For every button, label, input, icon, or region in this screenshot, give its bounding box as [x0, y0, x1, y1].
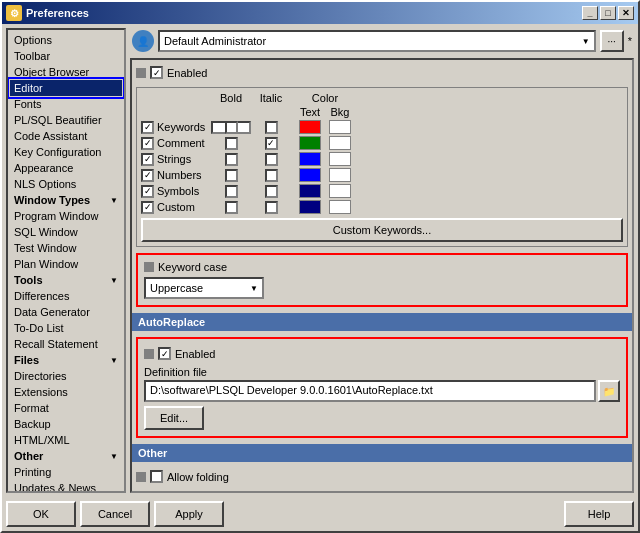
sidebar-section-files[interactable]: Files ▼ — [10, 352, 122, 368]
custom-text-color[interactable] — [299, 200, 321, 214]
numbers-checkbox[interactable] — [141, 169, 154, 182]
sidebar-item-test-window[interactable]: Test Window — [10, 240, 122, 256]
custom-checkbox[interactable] — [141, 201, 154, 214]
sidebar-item-todo-list[interactable]: To-Do List — [10, 320, 122, 336]
comment-italic-cb[interactable] — [265, 137, 278, 150]
sidebar-item-toolbar[interactable]: Toolbar — [10, 48, 122, 64]
sidebar-item-differences[interactable]: Differences — [10, 288, 122, 304]
autoreplace-indicator — [144, 349, 154, 359]
autoreplace-enabled-row: Enabled — [144, 345, 620, 362]
keywords-italic-cb[interactable] — [265, 121, 278, 134]
strings-text-color[interactable] — [299, 152, 321, 166]
sidebar-item-directories[interactable]: Directories — [10, 368, 122, 384]
custom-bkg-color[interactable] — [329, 200, 351, 214]
custom-keywords-button[interactable]: Custom Keywords... — [141, 218, 623, 242]
keywords-text-color[interactable] — [299, 120, 321, 134]
strings-italic-cb[interactable] — [265, 153, 278, 166]
sidebar-item-program-window[interactable]: Program Window — [10, 208, 122, 224]
numbers-bkg-color[interactable] — [329, 168, 351, 182]
comment-bold-cb[interactable] — [225, 137, 238, 150]
keyword-case-header: Keyword case — [144, 261, 620, 273]
sidebar-section-other[interactable]: Other ▼ — [10, 448, 122, 464]
sidebar-item-plsql-beautifier[interactable]: PL/SQL Beautifier — [10, 112, 122, 128]
bottom-bar: OK Cancel Apply Help — [2, 497, 638, 531]
strings-checkbox[interactable] — [141, 153, 154, 166]
sidebar-item-html-xml[interactable]: HTML/XML — [10, 432, 122, 448]
keyword-case-dropdown-arrow: ▼ — [250, 284, 258, 293]
sidebar-item-extensions[interactable]: Extensions — [10, 384, 122, 400]
apply-button[interactable]: Apply — [154, 501, 224, 527]
table-row: Symbols — [141, 184, 623, 198]
sidebar-item-editor[interactable]: Editor — [10, 80, 122, 96]
keywords-bkg-color[interactable] — [329, 120, 351, 134]
sidebar-item-format[interactable]: Format — [10, 400, 122, 416]
custom-bold-cb[interactable] — [225, 201, 238, 214]
profile-dropdown-arrow: ▼ — [582, 37, 590, 46]
bkg-header: Bkg — [325, 106, 355, 118]
custom-label: Custom — [157, 201, 195, 213]
allow-folding-checkbox[interactable] — [150, 470, 163, 483]
comment-checkbox[interactable] — [141, 137, 154, 150]
definition-file-input[interactable]: D:\software\PLSQL Developer 9.0.0.1601\A… — [144, 380, 596, 402]
keywords-bold-cb[interactable] — [211, 121, 251, 134]
keyword-case-select-row: Uppercase ▼ — [144, 277, 620, 299]
sidebar-item-code-assistant[interactable]: Code Assistant — [10, 128, 122, 144]
symbols-bkg-color[interactable] — [329, 184, 351, 198]
symbols-bold-cb[interactable] — [225, 185, 238, 198]
sidebar-item-plan-window[interactable]: Plan Window — [10, 256, 122, 272]
title-icon: ⚙ — [6, 5, 22, 21]
autoreplace-content: Enabled Definition file D:\software\PLSQ… — [136, 337, 628, 438]
sidebar-section-window-types[interactable]: Window Types ▼ — [10, 192, 122, 208]
window-content: Options Toolbar Object Browser Editor Fo… — [2, 24, 638, 497]
comment-text-color[interactable] — [299, 136, 321, 150]
table-row: Numbers — [141, 168, 623, 182]
keyword-case-section: Keyword case Uppercase ▼ — [136, 253, 628, 307]
enabled-checkbox[interactable] — [150, 66, 163, 79]
allow-folding-row: Allow folding — [136, 468, 628, 485]
sidebar-item-object-browser[interactable]: Object Browser — [10, 64, 122, 80]
minimize-button[interactable]: _ — [582, 6, 598, 20]
browse-button[interactable]: 📁 — [598, 380, 620, 402]
files-arrow: ▼ — [110, 356, 118, 365]
comment-bkg-color[interactable] — [329, 136, 351, 150]
sidebar-item-key-configuration[interactable]: Key Configuration — [10, 144, 122, 160]
sidebar-item-data-generator[interactable]: Data Generator — [10, 304, 122, 320]
symbols-text-color[interactable] — [299, 184, 321, 198]
sidebar-section-tools[interactable]: Tools ▼ — [10, 272, 122, 288]
sidebar-item-appearance[interactable]: Appearance — [10, 160, 122, 176]
definition-file-label: Definition file — [144, 366, 620, 378]
cancel-button[interactable]: Cancel — [80, 501, 150, 527]
close-button[interactable]: ✕ — [618, 6, 634, 20]
sidebar-item-updates-news[interactable]: Updates & News — [10, 480, 122, 493]
sidebar-item-sql-window[interactable]: SQL Window — [10, 224, 122, 240]
other-section-header: Other — [132, 444, 632, 462]
sidebar-item-printing[interactable]: Printing — [10, 464, 122, 480]
numbers-text-color[interactable] — [299, 168, 321, 182]
enabled-label: Enabled — [167, 67, 207, 79]
sidebar-item-recall-statement[interactable]: Recall Statement — [10, 336, 122, 352]
symbols-checkbox[interactable] — [141, 185, 154, 198]
strings-bold-cb[interactable] — [225, 153, 238, 166]
custom-italic-cb[interactable] — [265, 201, 278, 214]
sidebar-item-options[interactable]: Options — [10, 32, 122, 48]
sidebar-item-nls-options[interactable]: NLS Options — [10, 176, 122, 192]
profile-dropdown[interactable]: Default Administrator ▼ — [158, 30, 596, 52]
definition-file-row: Definition file D:\software\PLSQL Develo… — [144, 366, 620, 402]
numbers-italic-cb[interactable] — [265, 169, 278, 182]
sidebar-item-fonts[interactable]: Fonts — [10, 96, 122, 112]
symbols-italic-cb[interactable] — [265, 185, 278, 198]
profile-icon: 👤 — [132, 30, 154, 52]
numbers-bold-cb[interactable] — [225, 169, 238, 182]
edit-button[interactable]: Edit... — [144, 406, 204, 430]
keyword-case-select[interactable]: Uppercase ▼ — [144, 277, 264, 299]
ok-button[interactable]: OK — [6, 501, 76, 527]
strings-bkg-color[interactable] — [329, 152, 351, 166]
help-button[interactable]: Help — [564, 501, 634, 527]
autoreplace-enabled-checkbox[interactable] — [158, 347, 171, 360]
color-header: Color — [295, 92, 355, 104]
keywords-checkbox[interactable] — [141, 121, 154, 134]
profile-menu-button[interactable]: ··· — [600, 30, 624, 52]
sidebar-item-backup[interactable]: Backup — [10, 416, 122, 432]
maximize-button[interactable]: □ — [600, 6, 616, 20]
keyword-case-indicator — [144, 262, 154, 272]
